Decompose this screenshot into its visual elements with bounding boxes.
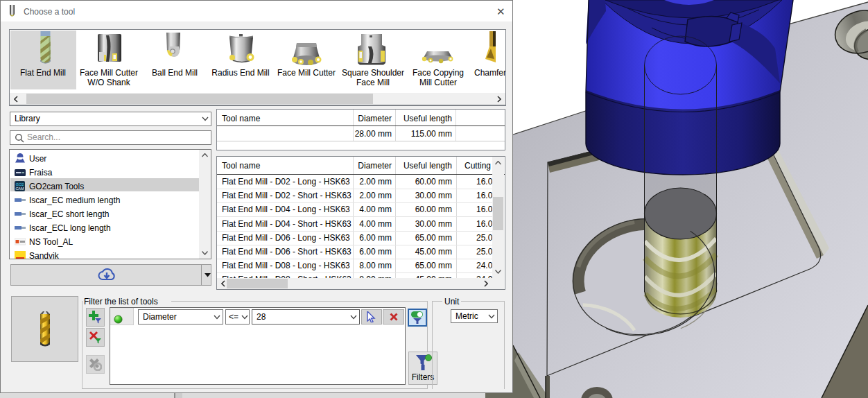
svg-text:CAM: CAM xyxy=(15,187,24,191)
